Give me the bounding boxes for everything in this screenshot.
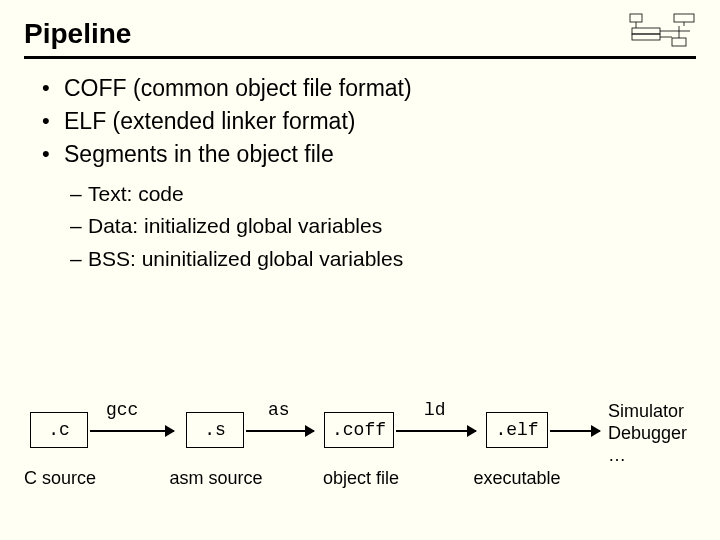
svg-rect-0 bbox=[630, 14, 642, 22]
svg-rect-3 bbox=[632, 34, 660, 40]
svg-rect-1 bbox=[674, 14, 694, 22]
tool-label-ld: ld bbox=[424, 400, 446, 420]
box-s: .s bbox=[186, 412, 244, 448]
end-label-debugger: Debugger bbox=[608, 422, 687, 445]
tool-label-as: as bbox=[268, 400, 290, 420]
page-title: Pipeline bbox=[24, 18, 696, 50]
caption-executable: executable bbox=[462, 468, 572, 489]
sub-bullet-item: BSS: uninitialized global variables bbox=[70, 245, 696, 273]
box-c: .c bbox=[30, 412, 88, 448]
caption-asm-source: asm source bbox=[156, 468, 276, 489]
caption-object-file: object file bbox=[306, 468, 416, 489]
bullet-item: ELF (extended linker format) bbox=[42, 106, 696, 137]
box-elf: .elf bbox=[486, 412, 548, 448]
sub-bullet-item: Data: initialized global variables bbox=[70, 212, 696, 240]
bullet-item: Segments in the object file bbox=[42, 139, 696, 170]
arrow-icon bbox=[246, 430, 314, 432]
tool-label-gcc: gcc bbox=[106, 400, 138, 420]
sub-bullet-list: Text: code Data: initialized global vari… bbox=[24, 180, 696, 273]
sub-bullet-item: Text: code bbox=[70, 180, 696, 208]
bullet-item: COFF (common object file format) bbox=[42, 73, 696, 104]
end-label-ellipsis: … bbox=[608, 444, 626, 467]
slide: Pipeline COFF (common object file format… bbox=[0, 0, 720, 540]
bullet-list: COFF (common object file format) ELF (ex… bbox=[24, 73, 696, 170]
caption-c-source: C source bbox=[12, 468, 108, 489]
box-coff: .coff bbox=[324, 412, 394, 448]
arrow-icon bbox=[396, 430, 476, 432]
system-diagram-icon bbox=[628, 12, 698, 56]
end-label-simulator: Simulator bbox=[608, 400, 684, 423]
header: Pipeline bbox=[24, 18, 696, 59]
pipeline-diagram: .c .s .coff .elf gcc as ld C source asm … bbox=[18, 394, 698, 504]
arrow-icon bbox=[550, 430, 600, 432]
arrow-icon bbox=[90, 430, 174, 432]
svg-rect-4 bbox=[672, 38, 686, 46]
svg-rect-2 bbox=[632, 28, 660, 34]
